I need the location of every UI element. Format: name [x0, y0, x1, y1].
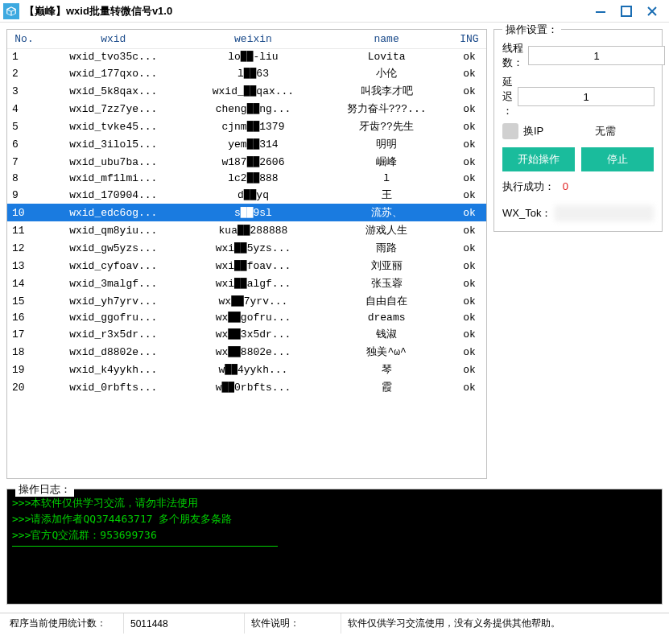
cell-wxid: wxid_cyfoav... [41, 257, 186, 275]
log-panel: 操作日志： >>>本软件仅供学习交流，请勿非法使用>>>请添加作者QQ37446… [6, 489, 663, 605]
cell-wxid: wxid_170904... [41, 186, 186, 204]
cell-wxid: wxid_ubu7ba... [41, 153, 186, 171]
cell-name: 霞 [320, 378, 452, 396]
cell-wxid: wxid_yh7yrv... [41, 292, 186, 310]
cell-ing: ok [452, 64, 486, 82]
table-row[interactable]: 6wxid_3ilol5...yem██314明明ok [7, 135, 486, 153]
col-wxid[interactable]: wxid [41, 30, 186, 49]
usage-value: 5011448 [124, 613, 245, 634]
cell-wxid: wxid_3ilol5... [41, 135, 186, 153]
cell-weixin: yem██314 [186, 135, 321, 153]
cell-no: 9 [7, 186, 41, 204]
cell-name: 明明 [320, 135, 452, 153]
table-row[interactable]: 4wxid_7zz7ye...cheng██ng...努力奋斗???...ok [7, 100, 486, 118]
cell-wxid: wxid_tvo35c... [41, 49, 186, 65]
cell-name: l [320, 171, 452, 186]
log-body[interactable]: >>>本软件仅供学习交流，请勿非法使用>>>请添加作者QQ374463717 多… [7, 489, 662, 604]
cell-name: 小伦 [320, 64, 452, 82]
log-line: >>>官方Q交流群：953699736 [12, 528, 657, 543]
window-title: 【巅峰】wxid批量转微信号v1.0 [24, 4, 593, 19]
cell-weixin: wx██7yrv... [186, 292, 321, 310]
cell-ing: ok [452, 82, 486, 100]
cell-wxid: wxid_r3x5dr... [41, 325, 186, 343]
cell-name: 王 [320, 186, 452, 204]
cell-weixin: cheng██ng... [186, 100, 321, 118]
col-name[interactable]: name [320, 30, 452, 49]
cell-name: 自由自在 [320, 292, 452, 310]
maximize-button[interactable] [619, 4, 634, 19]
table-row[interactable]: 9wxid_170904...d██yq王ok [7, 186, 486, 204]
cell-weixin: wxi██foav... [186, 257, 321, 275]
cell-wxid: wxid_edc6og... [41, 204, 186, 221]
cell-wxid: wxid_0rbfts... [41, 378, 186, 396]
table-row[interactable]: 17wxid_r3x5dr...wx██3x5dr...钱淑ok [7, 325, 486, 343]
cell-ing: ok [452, 49, 486, 65]
table-row[interactable]: 14wxid_3malgf...wxi██algf...张玉蓉ok [7, 275, 486, 292]
table-row[interactable]: 18wxid_d8802e...wx██8802e...独美^ω^ok [7, 343, 486, 361]
table-row[interactable]: 5wxid_tvke45...cjnm██1379牙齿??先生ok [7, 118, 486, 135]
cell-ing: ok [452, 221, 486, 239]
table-row[interactable]: 2wxid_177qxo...l██63小伦ok [7, 64, 486, 82]
cell-no: 15 [7, 292, 41, 310]
data-table-panel[interactable]: No. wxid weixin name ING 1wxid_tvo35c...… [6, 29, 487, 479]
cell-wxid: wxid_177qxo... [41, 64, 186, 82]
table-row[interactable]: 19wxid_k4yykh...w██4yykh...琴ok [7, 361, 486, 378]
cell-name: 琴 [320, 361, 452, 378]
cell-ing: ok [452, 135, 486, 153]
cell-ing: ok [452, 275, 486, 292]
desc-value: 软件仅供学习交流使用，没有义务提供其他帮助。 [341, 613, 666, 634]
table-row[interactable]: 8wxid_mf1lmi...lc2██888lok [7, 171, 486, 186]
cell-no: 7 [7, 153, 41, 171]
ip-value: 无需 [557, 124, 654, 138]
cell-weixin: lo██-liu [186, 49, 321, 65]
table-row[interactable]: 3wxid_5k8qax...wxid_██qax...叫我李才吧ok [7, 82, 486, 100]
table-header-row: No. wxid weixin name ING [7, 30, 486, 49]
col-weixin[interactable]: weixin [186, 30, 321, 49]
stop-button[interactable]: 停止 [581, 147, 654, 171]
delay-input[interactable] [518, 87, 655, 106]
table-row[interactable]: 15wxid_yh7yrv...wx██7yrv...自由自在ok [7, 292, 486, 310]
table-row[interactable]: 11wxid_qm8yiu...kua██288888游戏人生ok [7, 221, 486, 239]
ip-toggle[interactable] [502, 123, 518, 139]
table-row[interactable]: 20wxid_0rbfts...w██0rbfts...霞ok [7, 378, 486, 396]
exec-value: 0 [563, 180, 568, 192]
table-row[interactable]: 10wxid_edc6og...s██9sl流苏、ok [7, 204, 486, 221]
cell-name: 崛峰 [320, 153, 452, 171]
table-row[interactable]: 12wxid_gw5yzs...wxi██5yzs...雨路ok [7, 239, 486, 257]
cell-weixin: w██0rbfts... [186, 378, 321, 396]
cell-wxid: wxid_k4yykh... [41, 361, 186, 378]
cell-no: 2 [7, 64, 41, 82]
cell-ing: ok [452, 239, 486, 257]
cell-wxid: wxid_mf1lmi... [41, 171, 186, 186]
threads-input[interactable] [528, 46, 665, 65]
svg-rect-1 [622, 6, 631, 16]
table-row[interactable]: 16wxid_ggofru...wx██gofru...dreamsok [7, 310, 486, 325]
cell-name: Lovita [320, 49, 452, 65]
close-button[interactable] [645, 4, 659, 19]
cell-name: 刘亚丽 [320, 257, 452, 275]
wx-tok-value [555, 205, 654, 221]
table-row[interactable]: 7wxid_ubu7ba...w187██2606崛峰ok [7, 153, 486, 171]
cell-ing: ok [452, 153, 486, 171]
table-row[interactable]: 1wxid_tvo35c...lo██-liuLovitaok [7, 49, 486, 65]
table-row[interactable]: 13wxid_cyfoav...wxi██foav...刘亚丽ok [7, 257, 486, 275]
cell-wxid: wxid_7zz7ye... [41, 100, 186, 118]
minimize-button[interactable] [593, 4, 608, 19]
cell-name: 流苏、 [320, 204, 452, 221]
cell-weixin: wxi██algf... [186, 275, 321, 292]
cell-wxid: wxid_d8802e... [41, 343, 186, 361]
cell-ing: ok [452, 118, 486, 135]
cell-name: 努力奋斗???... [320, 100, 452, 118]
threads-label: 线程数： [502, 41, 523, 70]
cell-no: 11 [7, 221, 41, 239]
cell-name: 牙齿??先生 [320, 118, 452, 135]
cell-weixin: lc2██888 [186, 171, 321, 186]
col-ing[interactable]: ING [452, 30, 486, 49]
col-no[interactable]: No. [7, 30, 41, 49]
start-button[interactable]: 开始操作 [502, 147, 575, 171]
cell-no: 17 [7, 325, 41, 343]
ip-label: 换IP [523, 124, 552, 138]
cell-ing: ok [452, 325, 486, 343]
cell-ing: ok [452, 292, 486, 310]
cell-ing: ok [452, 257, 486, 275]
